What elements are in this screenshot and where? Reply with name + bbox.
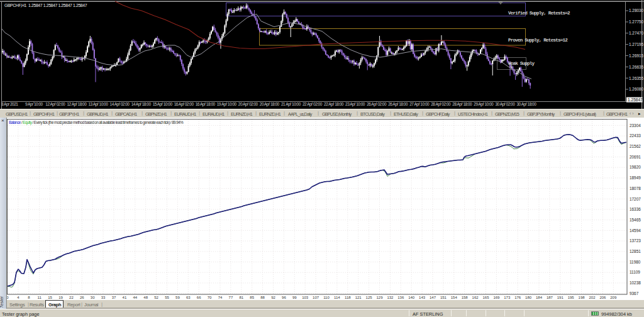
svg-text:1.27195: 1.27195 <box>629 42 644 47</box>
svg-text:21562: 21562 <box>630 144 641 148</box>
svg-text:92: 92 <box>271 296 275 299</box>
svg-text:103: 103 <box>302 296 309 299</box>
svg-text:184: 184 <box>536 296 543 299</box>
svg-text:10238: 10238 <box>630 281 641 285</box>
svg-text:41: 41 <box>123 296 127 299</box>
svg-text:37: 37 <box>112 296 116 299</box>
svg-text:165: 165 <box>482 296 489 299</box>
svg-text:30: 30 <box>91 296 95 299</box>
svg-text:23 Apr 10:00: 23 Apr 10:00 <box>345 102 365 107</box>
svg-text:14 Apr 18:00: 14 Apr 18:00 <box>131 102 152 107</box>
svg-text:173: 173 <box>504 296 511 299</box>
svg-text:22 Apr 18:00: 22 Apr 18:00 <box>324 102 344 107</box>
svg-text:20 Apr 02:00: 20 Apr 02:00 <box>238 102 258 107</box>
svg-text:125: 125 <box>366 296 373 299</box>
svg-text:30 Apr 18:00: 30 Apr 18:00 <box>516 102 536 107</box>
svg-text:27 Apr 10:00: 27 Apr 10:00 <box>409 102 430 107</box>
svg-text:85: 85 <box>250 296 254 299</box>
svg-text:Balance / Equity / Every tick: Balance / Equity / Every tick (the most … <box>9 120 184 125</box>
svg-text:GBPCHF,H1 1.25847 1.25847 1.2: GBPCHF,H1 1.25847 1.25847 1.25847 1.2584… <box>4 3 87 8</box>
svg-text:1.26080: 1.26080 <box>629 87 644 91</box>
svg-text:77: 77 <box>229 296 233 299</box>
svg-text:15: 15 <box>48 296 52 299</box>
svg-text:121: 121 <box>355 296 362 299</box>
svg-text:19820: 19820 <box>630 165 641 169</box>
svg-text:14594: 14594 <box>630 228 641 233</box>
svg-text:33: 33 <box>101 296 106 299</box>
svg-text:20691: 20691 <box>630 155 641 159</box>
svg-text:136: 136 <box>397 296 404 299</box>
svg-text:15465: 15465 <box>630 218 641 222</box>
svg-text:23304: 23304 <box>630 123 641 128</box>
svg-text:66: 66 <box>197 296 201 299</box>
svg-text:11: 11 <box>38 296 42 299</box>
svg-text:22 Apr 02:00: 22 Apr 02:00 <box>303 102 323 107</box>
svg-text:151: 151 <box>440 296 447 299</box>
svg-text:13 Apr 10:00: 13 Apr 10:00 <box>88 102 108 107</box>
svg-text:11109: 11109 <box>630 270 640 274</box>
svg-text:206: 206 <box>599 296 606 299</box>
svg-text:13723: 13723 <box>630 238 641 243</box>
svg-text:12851: 12851 <box>630 249 641 253</box>
svg-text:48: 48 <box>143 296 148 299</box>
svg-text:143: 143 <box>419 296 426 299</box>
svg-text:1.26915: 1.26915 <box>629 53 644 58</box>
svg-text:110: 110 <box>323 296 330 299</box>
svg-text:11980: 11980 <box>630 260 641 264</box>
svg-text:176: 176 <box>514 296 521 299</box>
svg-text:202: 202 <box>589 296 596 299</box>
svg-text:209: 209 <box>610 296 617 299</box>
svg-text:162: 162 <box>472 296 479 299</box>
svg-text:154: 154 <box>451 296 458 299</box>
svg-text:63: 63 <box>186 296 191 299</box>
svg-text:70: 70 <box>208 296 212 299</box>
svg-text:44: 44 <box>133 296 137 299</box>
svg-text:1.26355: 1.26355 <box>629 76 644 81</box>
svg-text:158: 158 <box>462 296 469 299</box>
svg-text:17207: 17207 <box>630 197 641 201</box>
svg-text:1.25847: 1.25847 <box>628 97 643 102</box>
svg-text:99: 99 <box>292 296 297 299</box>
svg-text:198: 198 <box>579 296 586 299</box>
svg-text:26 Apr 02:00: 26 Apr 02:00 <box>367 102 387 107</box>
svg-text:8 Apr 2021: 8 Apr 2021 <box>1 102 18 107</box>
svg-text:Verified Supply, Retests=2: Verified Supply, Retests=2 <box>508 11 570 16</box>
svg-text:88: 88 <box>260 296 265 299</box>
svg-text:9 Apr 10:00: 9 Apr 10:00 <box>25 102 43 107</box>
svg-text:191: 191 <box>557 296 564 299</box>
svg-text:74: 74 <box>218 296 223 299</box>
svg-text:15 Apr 10:00: 15 Apr 10:00 <box>153 102 173 107</box>
svg-text:Proven Supply, Retests=12: Proven Supply, Retests=12 <box>508 38 568 43</box>
svg-text:180: 180 <box>525 296 532 299</box>
svg-text:19 Apr 10:00: 19 Apr 10:00 <box>217 102 237 107</box>
svg-text:12 Apr 02:00: 12 Apr 02:00 <box>45 102 65 107</box>
svg-text:169: 169 <box>493 296 500 299</box>
svg-text:9367: 9367 <box>630 291 639 296</box>
svg-text:187: 187 <box>547 296 553 299</box>
svg-text:129: 129 <box>376 296 383 299</box>
svg-text:21 Apr 10:00: 21 Apr 10:00 <box>281 102 301 107</box>
svg-text:1.27750: 1.27750 <box>629 19 644 24</box>
svg-text:16 Apr 18:00: 16 Apr 18:00 <box>196 102 216 107</box>
svg-text:195: 195 <box>568 296 575 299</box>
svg-text:14 Apr 02:00: 14 Apr 02:00 <box>110 102 130 107</box>
svg-text:118: 118 <box>345 296 351 299</box>
svg-text:18949: 18949 <box>630 175 641 180</box>
svg-text:55: 55 <box>165 296 169 299</box>
svg-text:1.28030: 1.28030 <box>629 8 644 13</box>
svg-text:22433: 22433 <box>630 133 641 138</box>
svg-text:16 Apr 02:00: 16 Apr 02:00 <box>174 102 194 107</box>
svg-text:29 Apr 10:00: 29 Apr 10:00 <box>474 102 494 107</box>
svg-text:59: 59 <box>175 296 180 299</box>
svg-text:30 Apr 02:00: 30 Apr 02:00 <box>495 102 515 107</box>
svg-text:19: 19 <box>58 296 63 299</box>
svg-text:132: 132 <box>387 296 394 299</box>
svg-text:114: 114 <box>334 296 340 299</box>
svg-text:26: 26 <box>80 296 84 299</box>
svg-text:28 Apr 02:00: 28 Apr 02:00 <box>431 102 451 107</box>
svg-text:52: 52 <box>154 296 158 299</box>
svg-text:107: 107 <box>313 296 319 299</box>
svg-text:16336: 16336 <box>630 207 641 211</box>
svg-text:12 Apr 18:00: 12 Apr 18:00 <box>67 102 87 107</box>
svg-text:147: 147 <box>430 296 436 299</box>
